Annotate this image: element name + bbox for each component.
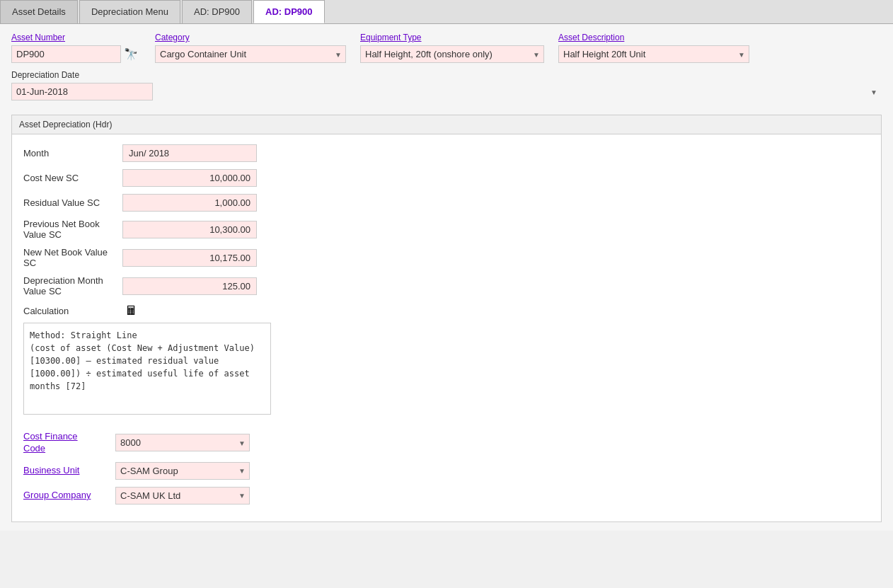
calculation-icon-button[interactable]: 🖩 (125, 304, 138, 318)
prev-net-book-row: Previous Net Book Value SC (23, 219, 870, 240)
business-unit-select[interactable]: C-SAM Group (115, 462, 250, 480)
business-unit-wrapper: C-SAM Group (115, 462, 250, 480)
group-company-select[interactable]: C-SAM UK Ltd (115, 487, 250, 505)
section-title: Asset Depreciation (Hdr) (19, 120, 112, 129)
category-label[interactable]: Category (155, 33, 346, 42)
asset-description-select-wrapper: Half Height 20ft Unit (558, 45, 749, 63)
calculation-text-container: Method: Straight Line (cost of asset (Co… (23, 323, 271, 424)
new-net-book-row: New Net Book Value SC (23, 247, 870, 268)
main-content: Asset Number 🔭 Category Cargo Container … (0, 24, 893, 531)
residual-value-label: Residual Value SC (23, 197, 122, 208)
asset-description-group: Asset Description Half Height 20ft Unit (558, 33, 749, 63)
business-unit-label[interactable]: Business Unit (23, 465, 115, 477)
calculation-row: Calculation 🖩 (23, 304, 870, 318)
depreciation-month-row: Depreciation Month Value SC (23, 275, 870, 296)
cost-finance-code-wrapper: 8000 (115, 434, 250, 451)
cost-new-sc-label: Cost New SC (23, 173, 122, 183)
prev-net-book-label: Previous Net Book Value SC (23, 219, 122, 240)
depreciation-date-group: Depreciation Date 01-Jun-2018 (11, 70, 882, 100)
tab-ad-dp900-1[interactable]: AD: DP900 (182, 0, 252, 23)
cost-finance-code-row: Cost Finance Code 8000 (23, 431, 870, 455)
group-company-wrapper: C-SAM UK Ltd (115, 487, 250, 505)
residual-value-row: Residual Value SC (23, 194, 870, 212)
new-net-book-label: New Net Book Value SC (23, 247, 122, 268)
group-company-row: Group Company C-SAM UK Ltd (23, 487, 870, 505)
equipment-type-group: Equipment Type Half Height, 20ft (onshor… (360, 33, 544, 63)
asset-number-search-button[interactable]: 🔭 (121, 46, 141, 62)
category-select-wrapper: Cargo Container Unit (155, 45, 346, 63)
binoculars-icon: 🔭 (124, 48, 138, 60)
tab-depreciation-menu[interactable]: Depreciation Menu (79, 0, 180, 23)
equipment-type-select[interactable]: Half Height, 20ft (onshore only) (360, 45, 544, 63)
tab-ad-dp900-2[interactable]: AD: DP900 (253, 0, 324, 23)
cost-finance-code-label[interactable]: Cost Finance Code (23, 431, 115, 455)
asset-number-input[interactable] (11, 45, 121, 63)
section-header: Asset Depreciation (Hdr) (12, 115, 881, 134)
month-input[interactable] (122, 144, 257, 162)
cost-new-sc-row: Cost New SC (23, 169, 870, 187)
top-form: Asset Number 🔭 Category Cargo Container … (11, 33, 882, 63)
depreciation-section-box: Asset Depreciation (Hdr) Month Cost New … (11, 115, 882, 522)
depreciation-month-input[interactable] (122, 277, 257, 295)
cost-new-sc-input[interactable] (122, 169, 257, 187)
category-group: Category Cargo Container Unit (155, 33, 346, 63)
equipment-type-label[interactable]: Equipment Type (360, 33, 544, 42)
depreciation-date-section: Depreciation Date 01-Jun-2018 (11, 70, 882, 100)
tab-bar: Asset Details Depreciation Menu AD: DP90… (0, 0, 893, 24)
depreciation-month-label: Depreciation Month Value SC (23, 275, 122, 296)
asset-number-label[interactable]: Asset Number (11, 33, 141, 42)
asset-description-label[interactable]: Asset Description (558, 33, 749, 42)
depreciation-date-select-wrapper: 01-Jun-2018 (11, 83, 882, 100)
new-net-book-input[interactable] (122, 249, 257, 267)
month-row: Month (23, 144, 870, 162)
asset-number-group: Asset Number 🔭 (11, 33, 141, 63)
cost-finance-code-select[interactable]: 8000 (115, 434, 250, 451)
calculator-icon: 🖩 (125, 304, 138, 318)
asset-description-select[interactable]: Half Height 20ft Unit (558, 45, 749, 63)
group-company-label[interactable]: Group Company (23, 490, 115, 502)
residual-value-input[interactable] (122, 194, 257, 212)
calculation-label: Calculation (23, 306, 122, 316)
section-content: Month Cost New SC Residual Value SC Prev… (12, 134, 881, 521)
depreciation-date-label: Depreciation Date (11, 70, 882, 80)
category-select[interactable]: Cargo Container Unit (155, 45, 346, 63)
tab-asset-details[interactable]: Asset Details (0, 0, 78, 23)
asset-number-input-wrapper: 🔭 (11, 45, 141, 63)
calculation-textarea[interactable]: Method: Straight Line (cost of asset (Co… (23, 323, 271, 415)
month-label: Month (23, 148, 122, 158)
equipment-type-select-wrapper: Half Height, 20ft (onshore only) (360, 45, 544, 63)
depreciation-date-select[interactable]: 01-Jun-2018 (11, 83, 153, 100)
prev-net-book-input[interactable] (122, 221, 257, 238)
business-unit-row: Business Unit C-SAM Group (23, 462, 870, 480)
